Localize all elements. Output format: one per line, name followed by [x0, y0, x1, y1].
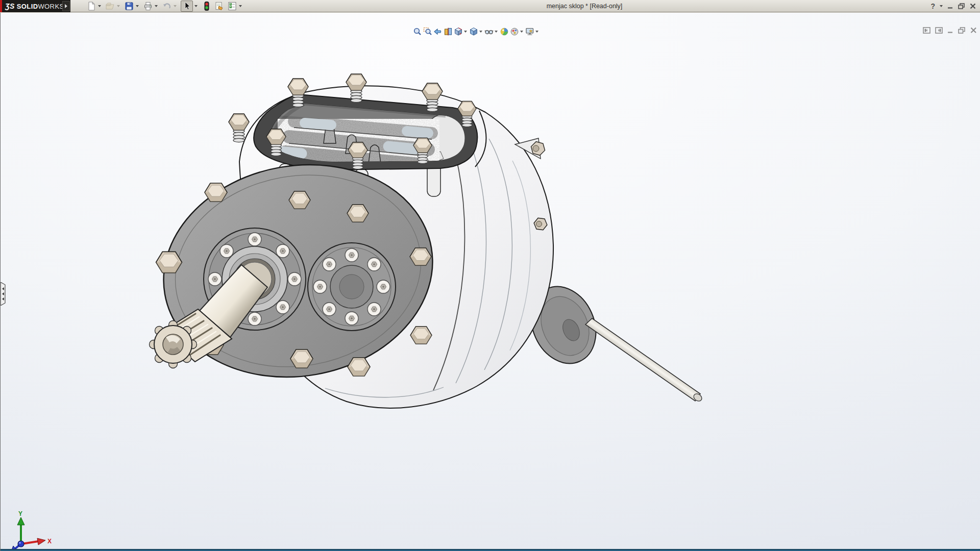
options-button[interactable] — [227, 1, 244, 12]
hide-show-items-caret[interactable] — [495, 31, 498, 33]
open-document-icon — [105, 1, 115, 11]
minimize-button[interactable] — [947, 3, 953, 9]
new-dropdown-caret[interactable] — [98, 5, 101, 7]
open-document-button[interactable] — [105, 1, 122, 12]
solidworks-logo: ƷSSOLIDWORKS — [0, 0, 70, 12]
right-arrow-icon — [65, 4, 67, 8]
select-pressed-frame — [181, 1, 193, 12]
new-document-icon — [86, 1, 96, 11]
restore-document-icon — [958, 27, 966, 34]
hide-show-items-icon — [484, 27, 494, 36]
minimize-document-icon — [947, 27, 953, 34]
undo-button[interactable] — [161, 1, 179, 12]
view-settings-button[interactable] — [525, 27, 540, 36]
edit-appearance-button[interactable] — [500, 27, 509, 36]
restore-document-button[interactable] — [958, 27, 966, 34]
collapse-pane-left-button[interactable] — [923, 27, 930, 34]
zoom-to-area-icon — [423, 27, 432, 36]
menu-flyout-arrow[interactable] — [62, 1, 70, 11]
view-orientation-icon — [454, 27, 463, 36]
graphics-area[interactable]: Y X Z *Dimetric — [0, 13, 980, 551]
select-tool-button[interactable] — [180, 1, 200, 12]
selector-shaft[interactable] — [585, 318, 703, 403]
pane-right-icon — [935, 27, 943, 34]
undo-icon — [162, 1, 172, 11]
view-settings-icon — [525, 27, 534, 36]
restore-button[interactable] — [958, 3, 965, 9]
select-cursor-icon — [182, 1, 192, 11]
minimize-icon — [947, 3, 953, 9]
rebuild-button[interactable] — [201, 1, 212, 12]
display-style-icon — [469, 27, 478, 36]
display-style-caret[interactable] — [479, 31, 482, 33]
title-bar: ƷSSOLIDWORKS — [0, 0, 980, 12]
save-icon — [124, 1, 134, 11]
document-window-controls — [923, 27, 977, 34]
gearbox-model[interactable] — [1, 13, 980, 551]
new-document-button[interactable] — [86, 1, 103, 12]
section-view-button[interactable] — [444, 27, 453, 36]
options-checklist-icon — [227, 1, 237, 11]
right-bearing-cover[interactable] — [308, 243, 396, 331]
edit-appearance-icon — [500, 27, 509, 36]
traffic-light-icon — [202, 1, 212, 11]
help-button[interactable]: ? — [930, 2, 935, 10]
print-icon — [143, 1, 153, 11]
restore-icon — [958, 3, 965, 9]
view-orientation-button[interactable] — [454, 27, 468, 36]
logo-red-stripe — [0, 0, 2, 12]
heads-up-view-toolbar — [413, 27, 541, 37]
previous-view-button[interactable] — [433, 27, 443, 36]
window-title: menjac sklop * [Read-only] — [516, 0, 653, 12]
save-dropdown-caret[interactable] — [136, 5, 139, 7]
open-dropdown-caret[interactable] — [117, 5, 120, 7]
brand-text: ƷSSOLIDWORKS — [5, 2, 64, 10]
select-dropdown-caret[interactable] — [194, 5, 198, 7]
close-button[interactable] — [970, 3, 976, 9]
close-document-button[interactable] — [970, 27, 977, 34]
close-document-icon — [970, 27, 977, 34]
triple-left-arrows-icon — [1, 282, 7, 306]
collapse-pane-right-button[interactable] — [935, 27, 943, 34]
triad-y-label: Y — [18, 510, 22, 517]
file-properties-button[interactable] — [214, 1, 225, 12]
apply-scene-button[interactable] — [510, 27, 524, 36]
previous-view-icon — [433, 27, 443, 36]
spline-end-face — [150, 321, 197, 368]
view-orientation-caret[interactable] — [464, 31, 467, 33]
zoom-to-area-button[interactable] — [423, 27, 432, 36]
pane-left-icon — [923, 27, 930, 34]
file-properties-icon — [214, 1, 225, 11]
view-settings-caret[interactable] — [535, 31, 538, 33]
apply-scene-caret[interactable] — [520, 31, 523, 33]
print-button[interactable] — [142, 1, 160, 12]
print-dropdown-caret[interactable] — [155, 5, 158, 7]
reference-triad: Y X Z — [1, 510, 62, 551]
window-controls: ? — [930, 0, 976, 12]
zoom-to-fit-icon — [413, 27, 422, 36]
undo-dropdown-caret[interactable] — [174, 5, 177, 7]
apply-scene-icon — [510, 27, 519, 36]
solidworks-logo-glyph: ƷS — [5, 2, 15, 10]
triad-x-label: X — [47, 538, 52, 545]
feature-tree-collapsed-tab[interactable] — [1, 282, 7, 308]
section-view-icon — [444, 27, 453, 36]
zoom-to-fit-button[interactable] — [413, 27, 422, 36]
help-dropdown-caret[interactable] — [940, 5, 943, 7]
close-icon — [970, 3, 976, 9]
main-toolbar — [86, 0, 246, 12]
options-dropdown-caret[interactable] — [239, 5, 242, 7]
display-style-button[interactable] — [469, 27, 483, 36]
save-button[interactable] — [124, 1, 141, 12]
window-bottom-border — [1, 549, 980, 551]
hide-show-items-button[interactable] — [484, 27, 499, 36]
minimize-document-button[interactable] — [947, 27, 953, 34]
